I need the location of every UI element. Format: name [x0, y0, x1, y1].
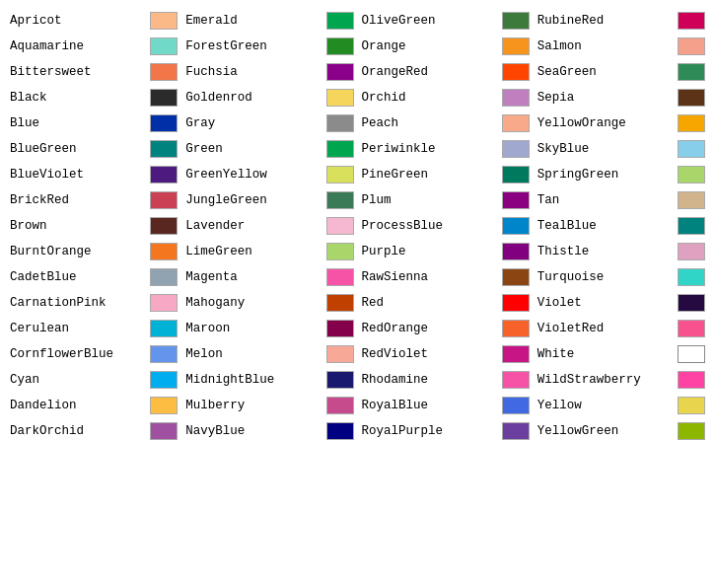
list-item: Brown — [6, 213, 181, 239]
color-name: RoyalPurple — [362, 424, 496, 438]
list-item: Gray — [181, 110, 357, 136]
list-item: Goldenrod — [181, 85, 357, 110]
color-swatch — [502, 294, 530, 312]
color-name: VioletRed — [537, 322, 672, 335]
list-item: Apricot — [6, 8, 181, 34]
list-item: Black — [6, 85, 181, 110]
color-name: Maroon — [185, 322, 320, 335]
color-name: Red — [362, 296, 496, 310]
list-item: Tan — [534, 187, 709, 213]
list-item: RawSienna — [358, 264, 534, 290]
color-name: YellowOrange — [537, 116, 672, 130]
list-item: Mulberry — [181, 393, 357, 418]
list-item: NavyBlue — [181, 418, 357, 444]
list-item: LimeGreen — [181, 239, 357, 264]
color-swatch — [150, 166, 178, 184]
list-item: Violet — [534, 290, 709, 316]
list-item: RoyalBlue — [358, 393, 534, 418]
color-name: DarkOrchid — [10, 424, 144, 438]
list-item: GreenYellow — [181, 162, 357, 187]
color-swatch — [678, 217, 705, 235]
color-name: Goldenrod — [185, 91, 320, 105]
list-item: Mahogany — [181, 290, 357, 316]
color-swatch — [326, 63, 354, 81]
color-name: Rhodamine — [362, 373, 496, 387]
color-swatch — [326, 397, 354, 414]
color-swatch — [326, 166, 354, 184]
list-item: RedViolet — [358, 341, 534, 367]
color-name: SkyBlue — [537, 142, 672, 156]
list-item: Turquoise — [534, 264, 709, 290]
list-item: Maroon — [181, 316, 357, 341]
color-swatch — [150, 268, 178, 286]
list-item: BrickRed — [6, 187, 181, 213]
list-item: CornflowerBlue — [6, 341, 181, 367]
color-swatch — [150, 12, 178, 30]
color-name: PineGreen — [362, 168, 496, 182]
list-item: Lavender — [181, 213, 357, 239]
list-item: CarnationPink — [6, 290, 181, 316]
color-name: Black — [10, 91, 144, 105]
color-name: BurntOrange — [10, 245, 144, 258]
color-swatch — [502, 371, 530, 389]
color-name: Plum — [362, 193, 496, 207]
color-name: Purple — [362, 245, 496, 258]
color-name: SpringGreen — [537, 168, 672, 182]
color-swatch — [678, 320, 705, 337]
color-name: WildStrawberry — [537, 373, 672, 387]
color-swatch — [678, 114, 705, 132]
color-swatch — [150, 345, 178, 363]
color-swatch — [678, 140, 705, 158]
color-name: YellowGreen — [537, 424, 672, 438]
color-swatch — [678, 166, 705, 184]
color-swatch — [502, 243, 530, 260]
color-name: RedViolet — [362, 347, 496, 361]
list-item: SeaGreen — [534, 59, 709, 85]
list-item: Rhodamine — [358, 367, 534, 393]
list-item: Emerald — [181, 8, 357, 34]
color-swatch — [150, 397, 178, 414]
list-item: VioletRed — [534, 316, 709, 341]
color-swatch — [326, 243, 354, 260]
color-swatch — [326, 114, 354, 132]
color-name: OrangeRed — [362, 65, 496, 79]
column-2: OliveGreenOrangeOrangeRedOrchidPeachPeri… — [358, 8, 534, 444]
color-swatch — [326, 140, 354, 158]
color-swatch — [678, 12, 705, 30]
list-item: YellowGreen — [534, 418, 709, 444]
color-swatch — [326, 345, 354, 363]
color-name: BrickRed — [10, 193, 144, 207]
color-swatch — [502, 166, 530, 184]
color-swatch — [678, 37, 705, 55]
color-name: BlueViolet — [10, 168, 144, 182]
color-name: Yellow — [537, 399, 672, 412]
color-swatch — [678, 422, 705, 440]
color-swatch — [678, 371, 705, 389]
color-swatch — [326, 89, 354, 107]
color-swatch — [326, 320, 354, 337]
color-swatch — [502, 140, 530, 158]
list-item: JungleGreen — [181, 187, 357, 213]
color-swatch — [678, 294, 705, 312]
color-name: ProcessBlue — [362, 219, 496, 233]
color-name: SeaGreen — [537, 65, 672, 79]
list-item: Magenta — [181, 264, 357, 290]
list-item: OliveGreen — [358, 8, 534, 34]
color-swatch — [502, 89, 530, 107]
color-swatch — [326, 371, 354, 389]
color-swatch — [502, 422, 530, 440]
color-name: Cerulean — [10, 322, 144, 335]
color-name: CornflowerBlue — [10, 347, 144, 361]
list-item: Purple — [358, 239, 534, 264]
color-name: TealBlue — [537, 219, 672, 233]
color-name: CarnationPink — [10, 296, 144, 310]
color-name: Aquamarine — [10, 39, 144, 53]
color-swatch — [678, 243, 705, 260]
color-name: NavyBlue — [185, 424, 320, 438]
color-swatch — [678, 397, 705, 414]
list-item: ProcessBlue — [358, 213, 534, 239]
color-swatch — [502, 63, 530, 81]
list-item: RubineRed — [534, 8, 709, 34]
color-swatch — [502, 217, 530, 235]
color-swatch — [326, 422, 354, 440]
